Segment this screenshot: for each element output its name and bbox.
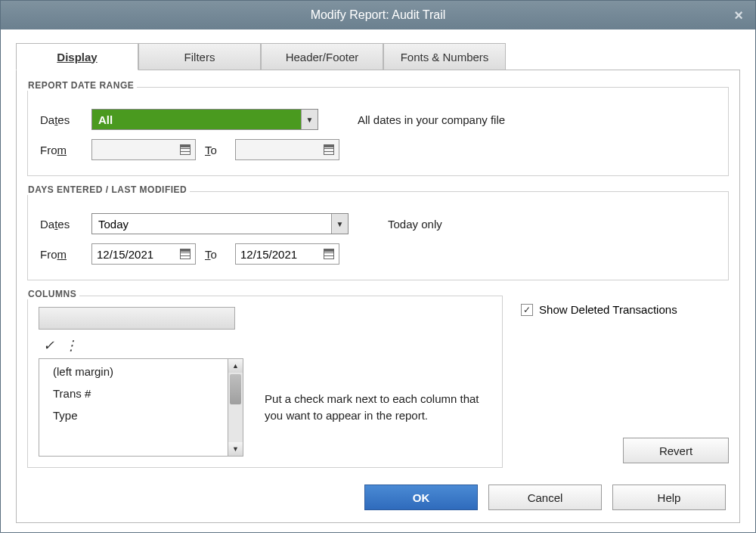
columns-area: COLUMNS ✓ ⋮ (left margin) Trans # Type ▲ xyxy=(27,296,729,468)
calendar-icon xyxy=(180,144,191,155)
dialog-footer: OK Cancel Help xyxy=(27,485,729,510)
right-controls: ✓ Show Deleted Transactions Revert xyxy=(521,296,729,468)
group-legend: DAYS ENTERED / LAST MODIFIED xyxy=(25,184,190,195)
to-label: To xyxy=(205,144,226,156)
columns-help-text: Put a check mark next to each column tha… xyxy=(265,391,491,425)
tab-header-footer[interactable]: Header/Footer xyxy=(261,43,383,70)
tab-strip: Display Filters Header/Footer Fonts & Nu… xyxy=(16,43,740,70)
chevron-down-icon: ▼ xyxy=(301,110,318,129)
help-button[interactable]: Help xyxy=(612,485,726,510)
report-date-range-group: REPORT DATE RANGE Dates All ▼ All dates … xyxy=(27,87,729,176)
calendar-icon xyxy=(180,249,191,259)
scroll-thumb[interactable] xyxy=(230,374,241,404)
scroll-up-icon[interactable]: ▲ xyxy=(228,359,243,373)
from-label: From xyxy=(40,248,82,261)
modified-dates-dropdown[interactable]: Today ▼ xyxy=(91,213,349,234)
dates-dropdown[interactable]: All ▼ xyxy=(91,109,318,130)
tab-display[interactable]: Display xyxy=(16,43,138,70)
scrollbar[interactable]: ▲ ▼ xyxy=(228,359,243,456)
columns-filter-input[interactable] xyxy=(39,307,235,330)
modified-to-date-input[interactable]: 12/15/2021 xyxy=(235,243,339,265)
list-item[interactable]: (left margin) xyxy=(53,365,214,378)
columns-group: COLUMNS ✓ ⋮ (left margin) Trans # Type ▲ xyxy=(27,296,503,468)
window-title: Modify Report: Audit Trail xyxy=(311,8,446,22)
group-legend: REPORT DATE RANGE xyxy=(25,80,137,91)
scroll-down-icon[interactable]: ▼ xyxy=(228,442,243,456)
calendar-icon xyxy=(324,249,334,259)
from-label: From xyxy=(40,144,82,156)
days-modified-group: DAYS ENTERED / LAST MODIFIED Dates Today… xyxy=(27,191,729,280)
titlebar: Modify Report: Audit Trail × xyxy=(1,1,755,29)
checkbox-icon: ✓ xyxy=(521,304,533,316)
list-items: (left margin) Trans # Type xyxy=(39,359,228,456)
show-deleted-checkbox[interactable]: ✓ Show Deleted Transactions xyxy=(521,303,729,316)
to-label: To xyxy=(205,248,226,261)
list-item[interactable]: Type xyxy=(53,409,214,422)
modify-report-dialog: Modify Report: Audit Trail × Display Fil… xyxy=(0,0,756,533)
columns-listbox[interactable]: (left margin) Trans # Type ▲ ▼ xyxy=(39,358,243,457)
list-item[interactable]: Trans # xyxy=(53,387,214,400)
dates-hint: All dates in your company file xyxy=(358,113,505,126)
tab-filters[interactable]: Filters xyxy=(138,43,261,70)
chevron-down-icon: ▼ xyxy=(331,214,348,234)
display-panel: REPORT DATE RANGE Dates All ▼ All dates … xyxy=(16,70,740,523)
modified-dates-hint: Today only xyxy=(388,218,442,231)
ok-button[interactable]: OK xyxy=(364,485,478,510)
from-date-input[interactable] xyxy=(91,139,196,160)
revert-button[interactable]: Revert xyxy=(623,438,729,463)
modified-from-date-input[interactable]: 12/15/2021 xyxy=(91,243,196,265)
to-date-input[interactable] xyxy=(235,139,339,160)
dates-label: Dates xyxy=(40,218,82,231)
tab-fonts-numbers[interactable]: Fonts & Numbers xyxy=(383,43,506,70)
group-legend: COLUMNS xyxy=(25,289,79,299)
close-icon[interactable]: × xyxy=(734,7,743,24)
dates-label: Dates xyxy=(40,113,82,126)
check-header-icon: ✓ ⋮ xyxy=(43,337,491,354)
cancel-button[interactable]: Cancel xyxy=(488,485,602,510)
dialog-content: Display Filters Header/Footer Fonts & Nu… xyxy=(1,29,755,532)
calendar-icon xyxy=(324,144,334,155)
